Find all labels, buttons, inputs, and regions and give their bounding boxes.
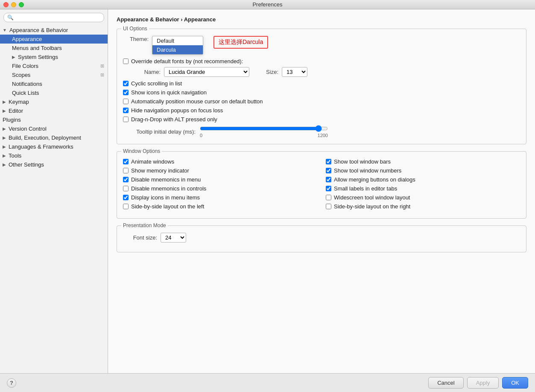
search-icon: 🔍 xyxy=(7,15,14,20)
sidebar-item-languages-frameworks[interactable]: ▶ Languages & Frameworks xyxy=(0,142,108,151)
theme-option-darcula[interactable]: Darcula xyxy=(152,45,203,54)
display-icons-menu-row: Display icons in menu items xyxy=(123,194,317,201)
show-tool-bars-checkbox[interactable] xyxy=(326,159,331,164)
cancel-button[interactable]: Cancel xyxy=(428,377,463,389)
search-box[interactable]: 🔍 xyxy=(3,13,104,22)
apply-button[interactable]: Apply xyxy=(467,377,499,389)
drag-drop-checkbox[interactable] xyxy=(123,117,129,122)
sidebar-item-system-settings[interactable]: ▶ System Settings xyxy=(0,53,108,61)
sidebar-label: Appearance & Behavior xyxy=(9,27,68,33)
expand-arrow: ▶ xyxy=(3,144,6,149)
ok-button[interactable]: OK xyxy=(502,377,528,389)
sidebar-item-appearance-behavior[interactable]: ▼ Appearance & Behavior xyxy=(0,26,108,35)
scopes-icon: ⊞ xyxy=(100,72,104,78)
show-tool-bars-row: Show tool window bars xyxy=(326,158,520,165)
tooltip-slider[interactable] xyxy=(200,125,328,132)
show-icons-checkbox[interactable] xyxy=(123,90,129,95)
tooltip-row: Tooltip initial delay (ms): 0 1200 xyxy=(123,125,520,138)
disable-mnemonics-controls-checkbox[interactable] xyxy=(123,186,129,191)
sidebar-label: File Colors xyxy=(12,63,38,69)
cyclic-scroll-checkbox[interactable] xyxy=(123,81,129,86)
presentation-mode-section: Presentation Mode Font size: 24 xyxy=(117,225,526,252)
animate-windows-label: Animate windows xyxy=(131,158,174,165)
hide-nav-checkbox[interactable] xyxy=(123,108,129,113)
animate-windows-checkbox[interactable] xyxy=(123,159,129,164)
display-icons-menu-checkbox[interactable] xyxy=(123,195,129,200)
sidebar-item-file-colors[interactable]: File Colors ⊞ xyxy=(0,61,108,70)
sidebar-label: Languages & Frameworks xyxy=(9,143,73,150)
allow-merging-label: Allow merging buttons on dialogs xyxy=(334,176,415,183)
show-tool-numbers-checkbox[interactable] xyxy=(326,168,331,173)
sidebar-label: Appearance xyxy=(12,36,42,42)
theme-option-default[interactable]: Default xyxy=(152,36,203,45)
sidebar-item-scopes[interactable]: Scopes ⊞ xyxy=(0,70,108,79)
expand-arrow: ▼ xyxy=(3,28,7,32)
action-buttons: Cancel Apply OK xyxy=(428,377,528,389)
main-content: Appearance & Behavior › Appearance UI Op… xyxy=(108,9,535,373)
small-labels-checkbox[interactable] xyxy=(326,186,331,191)
override-fonts-row[interactable]: Override default fonts by (not recommend… xyxy=(123,58,520,64)
auto-mouse-checkbox[interactable] xyxy=(123,99,129,104)
display-icons-menu-label: Display icons in menu items xyxy=(131,194,200,201)
font-select[interactable]: Lucida Grande xyxy=(164,67,249,77)
sidebar-item-quick-lists[interactable]: Quick Lists xyxy=(0,88,108,97)
expand-arrow: ▶ xyxy=(12,55,15,59)
theme-row: Theme: Default Darcula 这里选择Darcula xyxy=(123,36,520,55)
disable-mnemonics-menu-checkbox[interactable] xyxy=(123,177,129,182)
close-button[interactable] xyxy=(3,2,9,7)
allow-merging-row: Allow merging buttons on dialogs xyxy=(326,176,520,183)
sidebar-item-editor[interactable]: ▶ Editor xyxy=(0,106,108,115)
sidebar-item-notifications[interactable]: Notifications xyxy=(0,79,108,88)
sidebar-item-version-control[interactable]: ▶ Version Control xyxy=(0,124,108,133)
size-select[interactable]: 13 xyxy=(282,67,307,77)
side-by-side-left-row: Side-by-side layout on the left xyxy=(123,203,317,210)
theme-label: Theme: xyxy=(123,36,149,42)
tooltip-min: 0 xyxy=(200,133,202,138)
help-button[interactable]: ? xyxy=(7,378,16,388)
sidebar-item-appearance[interactable]: Appearance xyxy=(0,35,108,44)
side-by-side-left-checkbox[interactable] xyxy=(123,204,129,209)
font-row: Name: Lucida Grande Size: 13 xyxy=(135,67,520,77)
disable-mnemonics-menu-row: Disable mnemonics in menu xyxy=(123,176,317,183)
sidebar-label: Menus and Toolbars xyxy=(12,45,62,51)
window-title: Preferences xyxy=(252,1,282,8)
hide-nav-row: Hide navigation popups on focus loss xyxy=(123,107,520,114)
sidebar-label: Editor xyxy=(9,108,23,114)
show-memory-checkbox[interactable] xyxy=(123,168,129,173)
disable-mnemonics-menu-label: Disable mnemonics in menu xyxy=(131,176,201,183)
allow-merging-checkbox[interactable] xyxy=(326,177,331,182)
sidebar-label: Keymap xyxy=(9,99,29,105)
override-fonts-checkbox[interactable] xyxy=(123,59,129,64)
auto-mouse-row: Automatically position mouse cursor on d… xyxy=(123,98,520,105)
sidebar-item-other-settings[interactable]: ▶ Other Settings xyxy=(0,160,108,169)
expand-arrow: ▶ xyxy=(3,153,6,158)
maximize-button[interactable] xyxy=(19,2,24,7)
sidebar-item-keymap[interactable]: ▶ Keymap xyxy=(0,97,108,106)
expand-arrow: ▶ xyxy=(3,99,6,104)
widescreen-checkbox[interactable] xyxy=(326,195,331,200)
breadcrumb: Appearance & Behavior › Appearance xyxy=(117,16,526,23)
theme-dropdown[interactable]: Default Darcula xyxy=(152,36,203,55)
window-options-label: Window Options xyxy=(121,148,162,154)
side-by-side-right-checkbox[interactable] xyxy=(326,204,331,209)
sidebar: 🔍 ▼ Appearance & Behavior Appearance Men… xyxy=(0,9,108,373)
side-by-side-right-row: Side-by-side layout on the right xyxy=(326,203,520,210)
sidebar-label: Plugins xyxy=(3,117,21,123)
sidebar-item-tools[interactable]: ▶ Tools xyxy=(0,151,108,160)
minimize-button[interactable] xyxy=(11,2,16,7)
show-tool-numbers-row: Show tool window numbers xyxy=(326,167,520,174)
ui-options-label: UI Options xyxy=(121,26,149,32)
file-colors-icon: ⊞ xyxy=(100,63,104,69)
disable-mnemonics-controls-label: Disable mnemonics in controls xyxy=(131,185,206,192)
search-input[interactable] xyxy=(15,15,100,20)
show-icons-row: Show icons in quick navigation xyxy=(123,89,520,96)
bottom-bar: ? Cancel Apply OK xyxy=(0,373,535,392)
font-size-select[interactable]: 24 xyxy=(161,233,186,243)
ui-options-section: UI Options Theme: Default Darcula 这里选择Da… xyxy=(117,29,526,144)
sidebar-item-plugins[interactable]: Plugins xyxy=(0,115,108,124)
side-by-side-right-label: Side-by-side layout on the right xyxy=(334,203,410,210)
sidebar-item-build-exec-deploy[interactable]: ▶ Build, Execution, Deployment xyxy=(0,133,108,142)
drag-drop-row: Drag-n-Drop with ALT pressed only xyxy=(123,116,520,123)
size-label: Size: xyxy=(253,69,278,75)
sidebar-item-menus-toolbars[interactable]: Menus and Toolbars xyxy=(0,44,108,53)
